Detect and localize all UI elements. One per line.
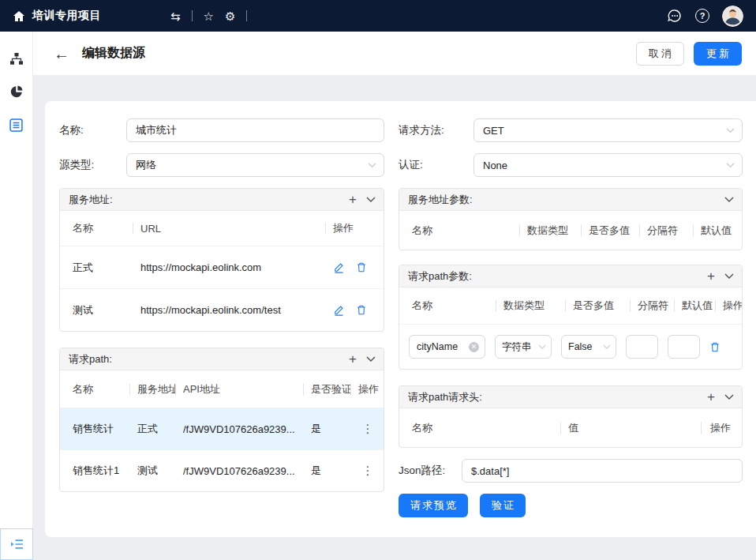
row-server: 正式 xyxy=(129,422,175,436)
collapse-panel-icon[interactable] xyxy=(724,197,734,202)
col-actions: 操作 xyxy=(325,221,384,235)
chevron-down-icon xyxy=(603,344,611,349)
request-preview-button[interactable]: 请求预览 xyxy=(399,494,468,517)
divider xyxy=(246,10,247,21)
add-path-param-button[interactable]: + xyxy=(707,269,715,283)
path-params-title: 请求path参数: xyxy=(408,269,472,284)
source-type-select[interactable]: 网络 xyxy=(126,153,384,177)
path-params-panel: 请求path参数: + 名称 数据类型 是否多值 xyxy=(399,265,743,370)
col-separator: 分隔符 xyxy=(639,224,693,238)
row-name: 正式 xyxy=(60,261,133,275)
service-params-title: 服务地址参数: xyxy=(408,193,473,207)
service-params-table-header: 名称 数据类型 是否多值 分隔符 默认值 xyxy=(399,211,742,250)
row-menu-icon[interactable]: ⋮ xyxy=(350,422,384,436)
col-type: 数据类型 xyxy=(519,224,581,238)
name-input[interactable] xyxy=(126,118,384,142)
request-method-select[interactable]: GET xyxy=(473,118,743,142)
col-actions: 操作 xyxy=(701,421,742,435)
table-row[interactable]: 销售统计1 测试 /fJW9VD107626a9239... 是 ⋮ xyxy=(60,449,384,491)
col-api: API地址 xyxy=(175,382,303,397)
json-path-input[interactable] xyxy=(462,459,743,483)
star-icon[interactable]: ☆ xyxy=(204,10,214,22)
sidebar-collapse-button[interactable] xyxy=(0,528,33,560)
col-actions: 操作 xyxy=(350,382,384,397)
service-address-title: 服务地址: xyxy=(69,193,113,207)
gear-icon[interactable]: ⚙ xyxy=(225,10,235,22)
add-service-address-button[interactable]: + xyxy=(349,193,357,206)
request-path-table-header: 名称 服务地址 API地址 是否验证 操作 xyxy=(60,370,384,408)
table-row-selected[interactable]: 销售统计 正式 /fJW9VD107626a9239... 是 ⋮ xyxy=(60,408,384,449)
auth-select[interactable]: None xyxy=(473,153,743,177)
service-address-panel: 服务地址: + 名称 URL 操作 xyxy=(59,188,384,332)
clear-icon[interactable]: ✕ xyxy=(469,342,479,352)
col-multi: 是否多值 xyxy=(565,299,630,313)
row-verified: 是 xyxy=(303,464,350,478)
sidebar-item-sitemap[interactable] xyxy=(0,51,33,66)
row-menu-icon[interactable]: ⋮ xyxy=(350,464,384,478)
edit-icon[interactable] xyxy=(333,304,345,316)
datasource-form-card: 名称: 源类型: 网络 xyxy=(45,101,756,537)
row-api: /fJW9VD107626a9239... xyxy=(175,423,303,435)
collapse-panel-icon[interactable] xyxy=(724,394,734,400)
topbar-right: ? xyxy=(667,6,743,27)
row-name: 测试 xyxy=(60,303,133,318)
name-label: 名称: xyxy=(59,123,126,137)
chevron-down-icon xyxy=(726,128,735,133)
col-name: 名称 xyxy=(60,382,129,397)
collapse-panel-icon[interactable] xyxy=(366,356,376,362)
table-row: 测试 https://mockapi.eolink.com/test xyxy=(60,288,384,331)
path-headers-panel: 请求path请求头: + 名称 值 操作 xyxy=(399,385,743,448)
feedback-chat-icon[interactable] xyxy=(667,9,683,24)
col-actions: 操作 xyxy=(715,299,742,313)
path-params-table-header: 名称 数据类型 是否多值 分隔符 默认值 操作 xyxy=(399,288,742,324)
collapse-icon xyxy=(10,539,24,550)
col-name: 名称 xyxy=(60,221,133,235)
add-path-header-button[interactable]: + xyxy=(707,390,715,404)
content-area: 名称: 源类型: 网络 xyxy=(33,75,756,560)
row-name: 销售统计1 xyxy=(60,464,129,478)
col-default: 默认值 xyxy=(693,224,742,238)
service-address-table-header: 名称 URL 操作 xyxy=(60,211,384,246)
request-path-title: 请求path: xyxy=(69,352,112,366)
source-type-label: 源类型: xyxy=(59,158,126,172)
col-value: 值 xyxy=(560,421,701,435)
page-title: 编辑数据源 xyxy=(82,45,145,62)
path-headers-table-header: 名称 值 操作 xyxy=(399,408,742,447)
request-method-label: 请求方法: xyxy=(399,123,473,137)
validate-button[interactable]: 验证 xyxy=(480,494,526,517)
service-params-panel: 服务地址参数: 名称 数据类型 是否多值 分隔符 xyxy=(399,188,743,250)
page-header: ← 编辑数据源 取消 更新 xyxy=(33,32,756,75)
row-url: https://mockapi.eolink.com/test xyxy=(133,304,325,316)
delete-icon[interactable] xyxy=(356,304,367,316)
chevron-down-icon xyxy=(538,344,546,349)
delete-icon[interactable] xyxy=(709,341,720,353)
col-verified: 是否验证 xyxy=(303,382,350,397)
json-path-label: Json路径: xyxy=(399,464,462,478)
row-server: 测试 xyxy=(129,464,175,478)
col-separator: 分隔符 xyxy=(630,299,674,313)
project-title: 培训专用项目 xyxy=(32,9,101,23)
collapse-panel-icon[interactable] xyxy=(724,273,734,279)
add-request-path-button[interactable]: + xyxy=(349,352,357,366)
home-icon[interactable] xyxy=(13,10,25,22)
param-default-input[interactable] xyxy=(668,335,700,359)
sidebar-item-datasources-active[interactable] xyxy=(0,117,33,133)
param-name-input[interactable]: cityName ✕ xyxy=(409,335,485,359)
back-button[interactable]: ← xyxy=(54,46,69,62)
update-button[interactable]: 更新 xyxy=(694,42,742,66)
col-default: 默认值 xyxy=(674,299,715,313)
divider xyxy=(192,10,193,21)
swap-icon[interactable]: ⇆ xyxy=(170,10,181,22)
user-avatar[interactable] xyxy=(722,6,743,27)
cancel-button[interactable]: 取消 xyxy=(636,42,684,66)
row-verified: 是 xyxy=(303,422,350,436)
table-row: 正式 https://mockapi.eolink.com xyxy=(60,246,384,288)
collapse-panel-icon[interactable] xyxy=(366,197,376,202)
help-icon[interactable]: ? xyxy=(695,9,709,23)
col-name: 名称 xyxy=(399,224,519,238)
param-separator-input[interactable] xyxy=(626,335,658,359)
edit-icon[interactable] xyxy=(333,261,345,273)
col-server: 服务地址 xyxy=(129,382,175,397)
delete-icon[interactable] xyxy=(356,261,367,273)
sidebar-item-charts[interactable] xyxy=(0,84,33,100)
